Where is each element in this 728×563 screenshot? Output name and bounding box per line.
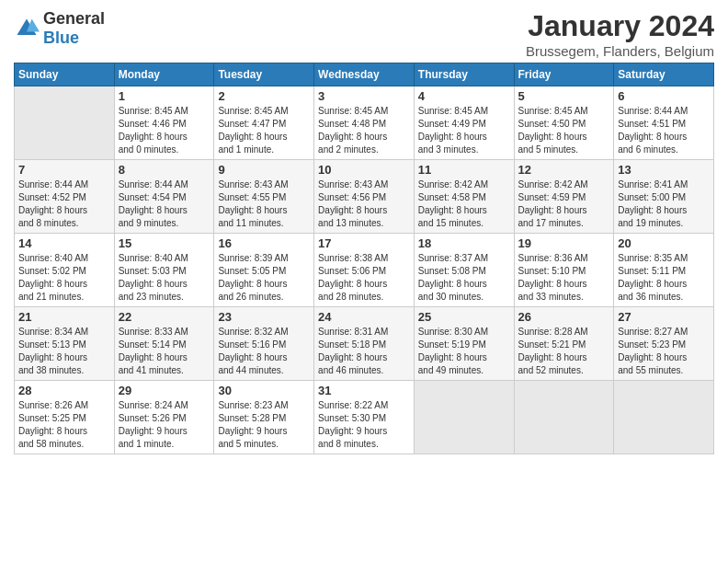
calendar-cell: 18Sunrise: 8:37 AM Sunset: 5:08 PM Dayli… — [414, 234, 514, 307]
header-day-monday: Monday — [114, 63, 214, 86]
day-number: 24 — [318, 310, 410, 324]
day-info: Sunrise: 8:45 AM Sunset: 4:47 PM Dayligh… — [218, 105, 310, 156]
calendar-week-row: 28Sunrise: 8:26 AM Sunset: 5:25 PM Dayli… — [15, 381, 714, 454]
calendar-cell: 23Sunrise: 8:32 AM Sunset: 5:16 PM Dayli… — [214, 307, 314, 381]
calendar-cell: 31Sunrise: 8:22 AM Sunset: 5:30 PM Dayli… — [314, 381, 415, 454]
day-info: Sunrise: 8:44 AM Sunset: 4:52 PM Dayligh… — [18, 178, 110, 230]
day-info: Sunrise: 8:43 AM Sunset: 4:56 PM Dayligh… — [318, 178, 410, 230]
header-day-friday: Friday — [514, 63, 614, 86]
calendar-week-row: 21Sunrise: 8:34 AM Sunset: 5:13 PM Dayli… — [15, 307, 714, 381]
header-day-wednesday: Wednesday — [314, 63, 415, 86]
calendar-cell: 25Sunrise: 8:30 AM Sunset: 5:19 PM Dayli… — [414, 307, 514, 381]
day-number: 10 — [318, 163, 410, 177]
day-number: 31 — [318, 384, 410, 397]
calendar-cell: 20Sunrise: 8:35 AM Sunset: 5:11 PM Dayli… — [614, 234, 714, 307]
calendar-header-row: SundayMondayTuesdayWednesdayThursdayFrid… — [15, 63, 714, 86]
day-info: Sunrise: 8:44 AM Sunset: 4:51 PM Dayligh… — [618, 105, 710, 156]
day-info: Sunrise: 8:30 AM Sunset: 5:19 PM Dayligh… — [418, 326, 510, 377]
day-number: 9 — [218, 163, 310, 177]
day-number: 18 — [418, 236, 510, 250]
calendar-cell: 3Sunrise: 8:45 AM Sunset: 4:48 PM Daylig… — [314, 86, 415, 160]
day-info: Sunrise: 8:45 AM Sunset: 4:48 PM Dayligh… — [318, 105, 410, 156]
day-info: Sunrise: 8:23 AM Sunset: 5:28 PM Dayligh… — [218, 399, 310, 451]
logo-general: General — [43, 9, 105, 28]
calendar-cell: 29Sunrise: 8:24 AM Sunset: 5:26 PM Dayli… — [114, 381, 214, 454]
day-number: 12 — [518, 163, 610, 177]
day-info: Sunrise: 8:27 AM Sunset: 5:23 PM Dayligh… — [618, 326, 710, 377]
calendar-table: SundayMondayTuesdayWednesdayThursdayFrid… — [14, 63, 714, 454]
day-info: Sunrise: 8:32 AM Sunset: 5:16 PM Dayligh… — [218, 326, 310, 377]
day-number: 20 — [618, 236, 710, 250]
calendar-cell: 24Sunrise: 8:31 AM Sunset: 5:18 PM Dayli… — [314, 307, 415, 381]
calendar-cell: 13Sunrise: 8:41 AM Sunset: 5:00 PM Dayli… — [614, 160, 714, 234]
day-number: 6 — [618, 89, 710, 103]
header-day-thursday: Thursday — [414, 63, 514, 86]
day-info: Sunrise: 8:42 AM Sunset: 4:59 PM Dayligh… — [518, 178, 610, 230]
calendar-cell — [414, 381, 514, 454]
day-info: Sunrise: 8:35 AM Sunset: 5:11 PM Dayligh… — [618, 252, 710, 304]
day-number: 17 — [318, 236, 410, 250]
day-number: 5 — [518, 89, 610, 103]
calendar-cell: 30Sunrise: 8:23 AM Sunset: 5:28 PM Dayli… — [214, 381, 314, 454]
calendar-cell: 5Sunrise: 8:45 AM Sunset: 4:50 PM Daylig… — [514, 86, 614, 160]
day-info: Sunrise: 8:36 AM Sunset: 5:10 PM Dayligh… — [518, 252, 610, 304]
day-info: Sunrise: 8:44 AM Sunset: 4:54 PM Dayligh… — [119, 178, 210, 230]
calendar-cell: 10Sunrise: 8:43 AM Sunset: 4:56 PM Dayli… — [314, 160, 415, 234]
day-number: 30 — [218, 384, 310, 397]
day-number: 28 — [18, 384, 110, 397]
calendar-cell: 28Sunrise: 8:26 AM Sunset: 5:25 PM Dayli… — [15, 381, 115, 454]
day-info: Sunrise: 8:38 AM Sunset: 5:06 PM Dayligh… — [318, 252, 410, 304]
day-number: 27 — [618, 310, 710, 324]
calendar-week-row: 1Sunrise: 8:45 AM Sunset: 4:46 PM Daylig… — [15, 86, 714, 160]
calendar-cell: 27Sunrise: 8:27 AM Sunset: 5:23 PM Dayli… — [614, 307, 714, 381]
header-day-sunday: Sunday — [15, 63, 115, 86]
main-title: January 2024 — [526, 9, 714, 43]
calendar-cell: 22Sunrise: 8:33 AM Sunset: 5:14 PM Dayli… — [114, 307, 214, 381]
day-number: 8 — [119, 163, 210, 177]
calendar-cell: 14Sunrise: 8:40 AM Sunset: 5:02 PM Dayli… — [15, 234, 115, 307]
day-number: 3 — [318, 89, 410, 103]
calendar-cell: 6Sunrise: 8:44 AM Sunset: 4:51 PM Daylig… — [614, 86, 714, 160]
calendar-cell: 17Sunrise: 8:38 AM Sunset: 5:06 PM Dayli… — [314, 234, 415, 307]
day-info: Sunrise: 8:37 AM Sunset: 5:08 PM Dayligh… — [418, 252, 510, 304]
subtitle: Brussegem, Flanders, Belgium — [526, 43, 714, 59]
day-info: Sunrise: 8:45 AM Sunset: 4:50 PM Dayligh… — [518, 105, 610, 156]
day-info: Sunrise: 8:40 AM Sunset: 5:03 PM Dayligh… — [119, 252, 210, 304]
day-number: 25 — [418, 310, 510, 324]
calendar-cell: 26Sunrise: 8:28 AM Sunset: 5:21 PM Dayli… — [514, 307, 614, 381]
calendar-cell: 19Sunrise: 8:36 AM Sunset: 5:10 PM Dayli… — [514, 234, 614, 307]
day-number: 22 — [119, 310, 210, 324]
day-info: Sunrise: 8:45 AM Sunset: 4:46 PM Dayligh… — [119, 105, 210, 156]
calendar-cell — [614, 381, 714, 454]
calendar-cell: 9Sunrise: 8:43 AM Sunset: 4:55 PM Daylig… — [214, 160, 314, 234]
logo-text: General Blue — [43, 9, 105, 48]
day-info: Sunrise: 8:40 AM Sunset: 5:02 PM Dayligh… — [18, 252, 110, 304]
day-info: Sunrise: 8:31 AM Sunset: 5:18 PM Dayligh… — [318, 326, 410, 377]
day-info: Sunrise: 8:22 AM Sunset: 5:30 PM Dayligh… — [318, 399, 410, 451]
calendar-cell: 15Sunrise: 8:40 AM Sunset: 5:03 PM Dayli… — [114, 234, 214, 307]
header-row: General Blue January 2024 Brussegem, Fla… — [14, 9, 714, 59]
calendar-cell: 1Sunrise: 8:45 AM Sunset: 4:46 PM Daylig… — [114, 86, 214, 160]
day-number: 4 — [418, 89, 510, 103]
day-number: 1 — [119, 89, 210, 103]
calendar-cell: 8Sunrise: 8:44 AM Sunset: 4:54 PM Daylig… — [114, 160, 214, 234]
calendar-cell: 7Sunrise: 8:44 AM Sunset: 4:52 PM Daylig… — [15, 160, 115, 234]
day-number: 2 — [218, 89, 310, 103]
day-number: 29 — [119, 384, 210, 397]
day-info: Sunrise: 8:43 AM Sunset: 4:55 PM Dayligh… — [218, 178, 310, 230]
logo: General Blue — [14, 9, 105, 48]
calendar-cell: 21Sunrise: 8:34 AM Sunset: 5:13 PM Dayli… — [15, 307, 115, 381]
header-day-tuesday: Tuesday — [214, 63, 314, 86]
title-block: January 2024 Brussegem, Flanders, Belgiu… — [526, 9, 714, 59]
day-number: 16 — [218, 236, 310, 250]
day-info: Sunrise: 8:39 AM Sunset: 5:05 PM Dayligh… — [218, 252, 310, 304]
day-info: Sunrise: 8:41 AM Sunset: 5:00 PM Dayligh… — [618, 178, 710, 230]
day-info: Sunrise: 8:45 AM Sunset: 4:49 PM Dayligh… — [418, 105, 510, 156]
calendar-cell — [15, 86, 115, 160]
page-container: General Blue January 2024 Brussegem, Fla… — [0, 0, 728, 464]
header-day-saturday: Saturday — [614, 63, 714, 86]
day-info: Sunrise: 8:24 AM Sunset: 5:26 PM Dayligh… — [119, 399, 210, 451]
logo-blue: Blue — [43, 29, 79, 47]
calendar-cell: 16Sunrise: 8:39 AM Sunset: 5:05 PM Dayli… — [214, 234, 314, 307]
day-number: 14 — [18, 236, 110, 250]
